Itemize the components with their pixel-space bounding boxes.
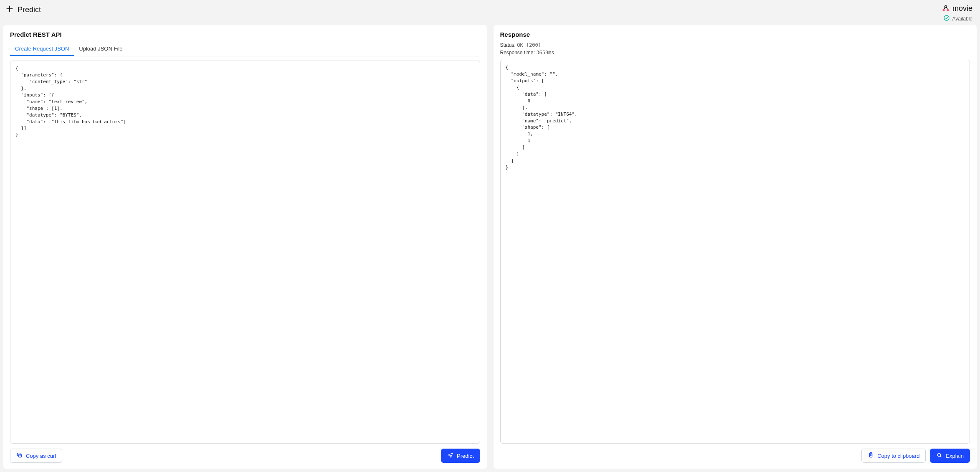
predict-button-label: Predict (457, 453, 474, 459)
status-value: OK (200) (517, 42, 541, 48)
response-time-value: 3659ms (536, 50, 554, 56)
explain-button-label: Explain (946, 453, 964, 459)
request-panel: Predict REST API Create Request JSON Upl… (3, 25, 487, 469)
svg-point-12 (937, 453, 941, 457)
response-json-viewer[interactable]: { "model_name": "", "outputs": [ { "data… (500, 60, 970, 444)
svg-point-4 (947, 9, 949, 11)
tab-create-request-json[interactable]: Create Request JSON (10, 42, 74, 56)
search-icon (936, 452, 942, 459)
request-json-editor[interactable] (10, 61, 480, 444)
availability-badge: Available (952, 16, 972, 22)
svg-point-5 (944, 15, 949, 20)
status-label: Status: (500, 42, 516, 48)
tab-upload-json-file[interactable]: Upload JSON File (74, 42, 127, 56)
svg-line-13 (940, 456, 942, 457)
copy-to-clipboard-label: Copy to clipboard (877, 453, 919, 459)
copy-to-clipboard-button[interactable]: Copy to clipboard (861, 449, 926, 463)
send-icon (447, 452, 453, 459)
page-title: Predict (18, 5, 41, 14)
response-panel: Response Status: OK (200) Response time:… (494, 25, 977, 469)
model-logo-icon (942, 5, 950, 13)
model-name: movie (952, 4, 972, 13)
copy-as-curl-label: Copy as curl (26, 453, 56, 459)
copy-icon (16, 452, 23, 459)
response-time-label: Response time: (500, 50, 535, 56)
response-panel-title: Response (500, 31, 970, 38)
copy-as-curl-button[interactable]: Copy as curl (10, 449, 62, 463)
svg-point-3 (942, 9, 945, 11)
clipboard-icon (868, 452, 874, 459)
page-header: Predict movie Available (0, 0, 980, 25)
request-tabs: Create Request JSON Upload JSON File (10, 42, 480, 56)
plus-icon (5, 4, 14, 15)
predict-button[interactable]: Predict (441, 449, 480, 463)
check-circle-icon (943, 15, 950, 23)
request-panel-title: Predict REST API (10, 31, 480, 38)
explain-button[interactable]: Explain (930, 449, 970, 463)
